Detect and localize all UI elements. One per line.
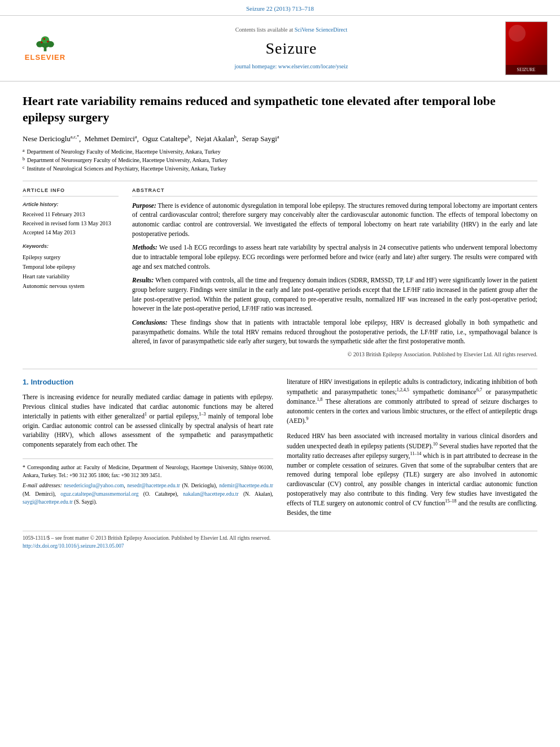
contents-label: Contents lists available at (235, 27, 293, 33)
email-addresses[interactable]: nesedericioglu@yahoo.com (64, 483, 124, 488)
affil-text-a: Department of Neurology Faculty of Medic… (27, 147, 221, 156)
author-4-sup: b (234, 134, 237, 139)
sciverse-link[interactable]: SciVerse ScienceDirect (295, 27, 348, 33)
body-section: 1. Introduction There is increasing evid… (23, 377, 537, 523)
author-4-name: Nejat Akalan (195, 134, 234, 143)
info-abstract-section: Article Info Article history: Received 1… (23, 187, 537, 359)
author-2-name: Mehmet Demirci (85, 134, 135, 143)
author-1-sup: a,c,* (71, 134, 79, 139)
abstract-body-divider (23, 369, 537, 369)
affiliations-section: a Department of Neurology Faculty of Med… (23, 147, 537, 173)
results-text: When compared with controls, all the tim… (132, 277, 537, 312)
affil-sup-a: a (23, 147, 25, 156)
elsevier-tree-icon (28, 34, 62, 51)
page: Seizure 22 (2013) 713–718 ELSEVIER (0, 0, 560, 561)
affil-sup-b: b (23, 156, 25, 164)
keywords-label: Keywords: (23, 243, 119, 250)
history-label: Article history: (23, 201, 119, 208)
issn-line: 1059-1311/$ – see front matter © 2013 Br… (23, 535, 537, 542)
keyword-4: Autonomic nervous system (23, 281, 119, 291)
journal-cover-image: SEIZURE (505, 21, 548, 75)
header-divider (23, 181, 537, 181)
elsevier-logo-section: ELSEVIER (11, 21, 79, 75)
intro-heading: 1. Introduction (23, 377, 273, 388)
email-ndemir[interactable]: ndemir@hacettepe.edu.tr (219, 483, 273, 488)
author-5-name: Serap Saygi (242, 134, 277, 143)
results-heading: Results: (132, 277, 154, 283)
bottom-bar: 1059-1311/$ – see front matter © 2013 Br… (23, 531, 537, 550)
elsevier-logo: ELSEVIER (20, 34, 71, 63)
affil-sup-c: c (23, 164, 25, 173)
sciverse-line: Contents lists available at SciVerse Sci… (235, 26, 348, 34)
author-5-sup: a (277, 134, 279, 139)
keyword-2: Temporal lobe epilepsy (23, 262, 119, 272)
author-3-sup: b (188, 134, 190, 139)
main-content: Heart rate variability remains reduced a… (0, 82, 560, 561)
purpose-heading: Purpose: (132, 202, 156, 209)
accepted-text: Accepted 14 May 2013 (23, 228, 119, 237)
doi-line[interactable]: http://dx.doi.org/10.1016/j.seizure.2013… (23, 543, 537, 550)
journal-info-center: Contents lists available at SciVerse Sci… (85, 21, 498, 75)
affiliation-a: a Department of Neurology Faculty of Med… (23, 147, 537, 156)
svg-point-5 (41, 41, 42, 43)
affiliation-c: c Institute of Neurological Sciences and… (23, 164, 537, 173)
article-title: Heart rate variability remains reduced a… (23, 93, 537, 125)
affil-text-b: Department of Neurosurgery Faculty of Me… (27, 156, 228, 164)
body-right-col: literature of HRV investigations in epil… (287, 377, 537, 523)
keywords-group: Keywords: Epilepsy surgery Temporal lobe… (23, 243, 119, 291)
top-citation-text: Seizure 22 (2013) 713–718 (246, 5, 314, 12)
journal-homepage: journal homepage: www.elsevier.com/locat… (235, 63, 348, 71)
copyright-line: © 2013 British Epilepsy Association. Pub… (132, 351, 537, 359)
email-oguz[interactable]: oguz.cataltepe@umassmemorial.org (60, 491, 138, 497)
elsevier-brand-text: ELSEVIER (25, 53, 65, 63)
journal-header: ELSEVIER Contents lists available at Sci… (0, 16, 560, 82)
affil-text-c: Institute of Neurological Sciences and P… (27, 164, 226, 173)
keyword-1: Epilepsy surgery (23, 252, 119, 262)
journal-title: Seizure (266, 37, 317, 59)
author-3-name: Oguz Cataltepe (142, 134, 188, 143)
abstract-methods: Methods: We used 1-h ECG recordings to a… (132, 243, 537, 271)
methods-heading: Methods: (132, 244, 158, 251)
svg-point-7 (43, 38, 45, 40)
article-info-label: Article Info (23, 187, 119, 196)
author-1-name: Nese Dericioglu (23, 134, 71, 143)
abstract-column: Abstract Purpose: There is evidence of a… (132, 187, 537, 359)
purpose-text: There is evidence of autonomic dysregula… (132, 202, 537, 237)
abstract-purpose: Purpose: There is evidence of autonomic … (132, 201, 537, 239)
author-2-sup: a (135, 134, 137, 139)
received-date: Received 11 February 2013 Received in re… (23, 210, 119, 237)
top-citation-bar: Seizure 22 (2013) 713–718 (0, 0, 560, 16)
received-text: Received 11 February 2013 (23, 210, 119, 219)
email-label: E-mail addresses: (23, 483, 62, 488)
keywords-list: Epilepsy surgery Temporal lobe epilepsy … (23, 252, 119, 291)
authors-line: Nese Dericioglua,c,*, Mehmet Demircia, O… (23, 134, 537, 145)
intro-para-right-2: Reduced HRV has been associated with inc… (287, 431, 537, 518)
email-note: E-mail addresses: nesedericioglu@yahoo.c… (23, 482, 273, 506)
svg-point-6 (47, 41, 49, 42)
body-left-col: 1. Introduction There is increasing evid… (23, 377, 273, 523)
article-history-group: Article history: Received 11 February 20… (23, 201, 119, 238)
article-info-column: Article Info Article history: Received 1… (23, 187, 119, 359)
abstract-label: Abstract (132, 187, 537, 196)
methods-text: We used 1-h ECG recordings to assess hea… (132, 244, 537, 269)
email-saygi[interactable]: saygi@hacettepe.edu.tr (23, 499, 73, 505)
email-nakalan[interactable]: nakalan@hacettepe.edu.tr (183, 491, 238, 497)
keyword-3: Heart rate variability (23, 272, 119, 281)
abstract-conclusions: Conclusions: These findings show that in… (132, 318, 537, 346)
cover-label: SEIZURE (506, 65, 547, 75)
intro-para-right-1: literature of HRV investigations in epil… (287, 377, 537, 426)
email-nesedr[interactable]: nesedr@hacettepe.edu.tr (127, 483, 180, 488)
affiliation-b: b Department of Neurosurgery Faculty of … (23, 156, 537, 164)
received-revised-text: Received in revised form 13 May 2013 (23, 219, 119, 228)
abstract-results: Results: When compared with controls, al… (132, 276, 537, 313)
corresponding-note: * Corresponding author at: Faculty of Me… (23, 464, 273, 480)
conclusions-heading: Conclusions: (132, 319, 168, 326)
intro-para-1: There is increasing evidence for neurall… (23, 392, 273, 449)
footnote-section: * Corresponding author at: Faculty of Me… (23, 458, 273, 506)
journal-cover-section: SEIZURE (504, 21, 549, 75)
conclusions-text: These findings show that in patients wit… (132, 319, 537, 344)
